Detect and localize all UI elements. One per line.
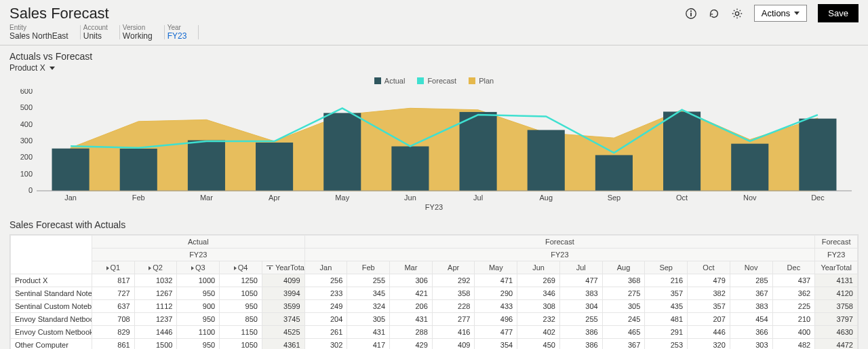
svg-rect-26 [595, 155, 633, 191]
svg-text:Jan: Jan [64, 194, 77, 202]
table-row[interactable]: Sentinal Standard Notebook72712679501050… [11, 287, 858, 300]
svg-text:FY23: FY23 [425, 203, 443, 211]
svg-text:Sep: Sep [608, 194, 621, 202]
svg-text:May: May [335, 194, 349, 202]
chevron-down-icon [794, 12, 800, 15]
svg-rect-25 [528, 130, 565, 191]
svg-rect-19 [120, 149, 157, 191]
chart-title: Actuals vs Forecast [0, 45, 868, 63]
grid-title: Sales Forecast with Actuals [0, 211, 868, 234]
svg-text:500: 500 [20, 103, 33, 111]
product-selector[interactable]: Product X [0, 63, 868, 75]
table-row[interactable]: Envoy Standard Netbook708123795085037452… [11, 313, 858, 326]
pov-entity[interactable]: Entity Sales NorthEast [9, 24, 78, 41]
svg-rect-24 [460, 112, 497, 191]
save-button[interactable]: Save [818, 4, 859, 22]
table-row[interactable]: Product X8171032100012504099256255306292… [11, 274, 858, 287]
svg-text:Aug: Aug [539, 194, 553, 202]
chart: 0100200300400500600JanFebMarAprMayJunJul… [9, 89, 859, 211]
svg-rect-21 [256, 143, 293, 191]
info-icon[interactable] [685, 7, 697, 20]
svg-rect-27 [663, 111, 701, 191]
svg-text:0: 0 [28, 186, 33, 194]
svg-text:Oct: Oct [676, 194, 688, 202]
chart-legend: Actual Forecast Plan [9, 75, 859, 89]
chevron-down-icon [50, 67, 55, 70]
svg-rect-20 [188, 141, 225, 191]
svg-rect-29 [799, 119, 836, 191]
refresh-icon[interactable] [708, 7, 720, 20]
page-title: Sales Forecast [9, 5, 109, 22]
svg-text:Mar: Mar [200, 194, 213, 202]
svg-text:Dec: Dec [811, 194, 825, 202]
table-row[interactable]: Envoy Custom Netbook82914461100115045252… [11, 326, 858, 339]
actions-button[interactable]: Actions [754, 5, 808, 22]
svg-text:Apr: Apr [269, 194, 280, 202]
svg-text:Jun: Jun [404, 194, 416, 202]
svg-text:Nov: Nov [743, 194, 757, 202]
svg-rect-23 [391, 147, 429, 191]
pov-version[interactable]: Version Working [123, 24, 162, 41]
table-row[interactable]: Other Computer86115009501050436130241742… [11, 339, 858, 350]
svg-text:400: 400 [20, 120, 33, 128]
svg-point-1 [690, 10, 692, 12]
pov-year[interactable]: Year FY23 [167, 24, 197, 41]
svg-text:Jul: Jul [473, 194, 483, 202]
svg-text:100: 100 [20, 170, 33, 178]
svg-text:Feb: Feb [132, 194, 145, 202]
svg-rect-2 [690, 12, 692, 16]
pov-account[interactable]: Account Units [83, 24, 117, 41]
svg-text:600: 600 [20, 89, 33, 95]
svg-point-3 [735, 12, 738, 15]
data-grid[interactable]: ActualForecastForecastFY23FY23FY23Q1Q2Q3… [9, 234, 859, 349]
svg-rect-22 [323, 113, 361, 191]
svg-text:300: 300 [20, 136, 33, 145]
pov-bar: Entity Sales NorthEast Account Units Ver… [0, 22, 868, 45]
table-row[interactable]: Sentinal Custom Notebook6371112900950359… [11, 300, 858, 313]
svg-rect-18 [52, 149, 90, 191]
svg-text:200: 200 [20, 153, 33, 161]
svg-rect-28 [731, 144, 768, 191]
gear-icon[interactable] [731, 7, 743, 20]
